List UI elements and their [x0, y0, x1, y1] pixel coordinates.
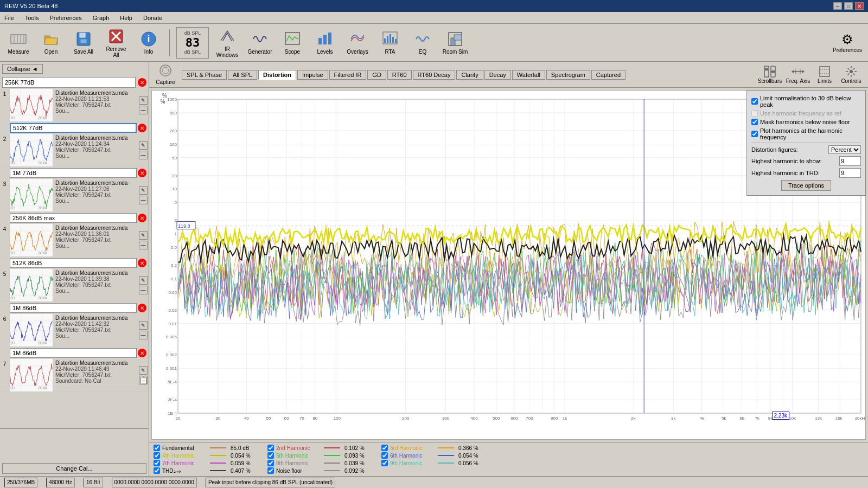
- controls-button[interactable]: Controls: [839, 65, 864, 84]
- item-remove-1[interactable]: —: [139, 106, 148, 114]
- tab-rt60-decay[interactable]: RT60 Decay: [413, 70, 456, 80]
- measure-button[interactable]: Measure: [4, 27, 33, 59]
- svg-rect-19: [387, 36, 388, 43]
- item-remove-2[interactable]: —: [139, 151, 148, 159]
- legend-3rd-checkbox[interactable]: [381, 445, 388, 451]
- change-cal-button[interactable]: Change Cal...: [2, 463, 146, 474]
- name-input-3[interactable]: [10, 213, 137, 223]
- svg-text:i: i: [147, 34, 150, 44]
- overlays-button[interactable]: Overlays: [343, 27, 372, 59]
- rta-button[interactable]: RTA: [376, 27, 404, 59]
- legend-4th-checkbox[interactable]: [154, 452, 160, 459]
- tab-gd[interactable]: GD: [367, 70, 386, 80]
- tab-decay[interactable]: Decay: [484, 70, 511, 80]
- close-button[interactable]: ✕: [855, 2, 864, 10]
- distortion-figures-label: Distortion figures:: [751, 146, 826, 153]
- name-clear-1[interactable]: ✕: [138, 124, 146, 132]
- name-input-2[interactable]: [10, 168, 137, 178]
- item-edit-1[interactable]: ✎: [139, 96, 148, 105]
- legend-9th-checkbox[interactable]: [381, 460, 388, 466]
- measurement-1-input[interactable]: [2, 77, 136, 88]
- name-clear-3[interactable]: ✕: [138, 214, 146, 222]
- levels-button[interactable]: Levels: [311, 27, 339, 59]
- legend-6th-checkbox[interactable]: [381, 452, 388, 459]
- remove-all-button[interactable]: Remove All: [102, 27, 130, 59]
- legend-7th-checkbox[interactable]: [154, 460, 160, 466]
- minimize-button[interactable]: –: [833, 2, 842, 10]
- tab-waterfall[interactable]: Waterfall: [512, 70, 545, 80]
- freq-axis-button[interactable]: Freq. Axis: [786, 65, 810, 84]
- measurement-1-clear[interactable]: ✕: [138, 78, 146, 87]
- legend-8th-checkbox[interactable]: [267, 460, 274, 466]
- name-clear-6[interactable]: ✕: [138, 349, 146, 357]
- collapse-button[interactable]: Collapse ◄: [2, 64, 43, 74]
- distortion-figures-select[interactable]: Percent dB dBr: [828, 145, 861, 154]
- item-edit-4[interactable]: ✎: [139, 231, 148, 240]
- maximize-button[interactable]: □: [844, 2, 853, 10]
- item-edit-2[interactable]: ✎: [139, 141, 148, 150]
- tab-distortion[interactable]: Distortion: [258, 70, 296, 80]
- svg-rect-29: [764, 66, 769, 77]
- menu-preferences[interactable]: Preferences: [47, 14, 84, 22]
- legend-4th-line: [210, 455, 226, 456]
- item-remove-4[interactable]: —: [139, 241, 148, 249]
- highest-harmonic-thd-input[interactable]: [839, 168, 861, 178]
- tab-all-spl[interactable]: All SPL: [228, 70, 257, 80]
- name-input-6[interactable]: [10, 348, 137, 358]
- name-input-1[interactable]: [10, 123, 137, 133]
- item-edit-3[interactable]: ✎: [139, 186, 148, 195]
- use-harmonic-freq-checkbox[interactable]: [751, 110, 758, 117]
- tab-captured[interactable]: Captured: [591, 70, 626, 80]
- legend-row-1: Fundamental 85.0 dB 2nd Harmonic 0.102 %…: [154, 445, 864, 451]
- tab-impulse[interactable]: Impulse: [297, 70, 328, 80]
- preferences-button[interactable]: ⚙ Preferences: [831, 32, 864, 53]
- item-remove-5[interactable]: —: [139, 286, 148, 294]
- trace-options-button[interactable]: Trace options: [781, 180, 831, 191]
- name-clear-4[interactable]: ✕: [138, 259, 146, 267]
- room-sim-button[interactable]: Room Sim: [441, 27, 469, 59]
- item-edit-6[interactable]: ✎: [139, 321, 148, 330]
- item-number-7: 7: [0, 359, 10, 391]
- name-clear-2[interactable]: ✕: [138, 169, 146, 177]
- item-remove-3[interactable]: —: [139, 196, 148, 204]
- eq-button[interactable]: EQ: [409, 27, 437, 59]
- generator-button[interactable]: Generator: [246, 27, 274, 59]
- name-input-5[interactable]: [10, 303, 137, 313]
- limits-button[interactable]: Limits: [814, 65, 835, 84]
- spl-meter-button[interactable]: dB SPL 83 dB SPL: [176, 27, 209, 59]
- legend-5th-checkbox[interactable]: [267, 452, 274, 459]
- menu-donate[interactable]: Donate: [141, 14, 164, 22]
- tab-clarity[interactable]: Clarity: [456, 70, 483, 80]
- save-all-button[interactable]: Save All: [69, 27, 98, 59]
- scrollbars-button[interactable]: Scrollbars: [757, 65, 782, 84]
- menu-file[interactable]: File: [2, 14, 16, 22]
- open-button[interactable]: Open: [37, 27, 65, 59]
- menu-help[interactable]: Help: [118, 14, 135, 22]
- mask-harmonics-checkbox[interactable]: [751, 119, 758, 125]
- item-cal-7[interactable]: 📋: [139, 376, 148, 384]
- highest-harmonic-show-input[interactable]: [839, 156, 861, 166]
- menu-graph[interactable]: Graph: [91, 14, 112, 22]
- legend-2nd-checkbox[interactable]: [267, 445, 274, 451]
- legend-fundamental-checkbox[interactable]: [154, 445, 160, 451]
- svg-rect-16: [328, 33, 331, 44]
- capture-button[interactable]: Capture: [154, 64, 177, 85]
- tab-rt60[interactable]: RT60: [387, 70, 412, 80]
- item-remove-6[interactable]: —: [139, 331, 148, 339]
- item-edit-5[interactable]: ✎: [139, 276, 148, 285]
- legend-noise-checkbox[interactable]: [267, 467, 274, 474]
- open-icon: [42, 30, 60, 48]
- tab-spectrogram[interactable]: Spectrogram: [546, 70, 590, 80]
- name-clear-5[interactable]: ✕: [138, 304, 146, 312]
- item-edit-7[interactable]: ✎: [139, 366, 148, 375]
- scope-button[interactable]: Scope: [278, 27, 307, 59]
- name-input-4[interactable]: [10, 258, 137, 268]
- legend-thd-checkbox[interactable]: [154, 467, 160, 474]
- ir-windows-button[interactable]: IR Windows: [213, 27, 241, 59]
- menu-tools[interactable]: Tools: [23, 14, 41, 22]
- info-button[interactable]: i Info: [135, 27, 163, 59]
- plot-harmonics-checkbox[interactable]: [751, 131, 758, 137]
- tab-spl-phase[interactable]: SPL & Phase: [182, 70, 227, 80]
- limit-norm-checkbox[interactable]: [751, 98, 758, 105]
- tab-filtered-ir[interactable]: Filtered IR: [329, 70, 367, 80]
